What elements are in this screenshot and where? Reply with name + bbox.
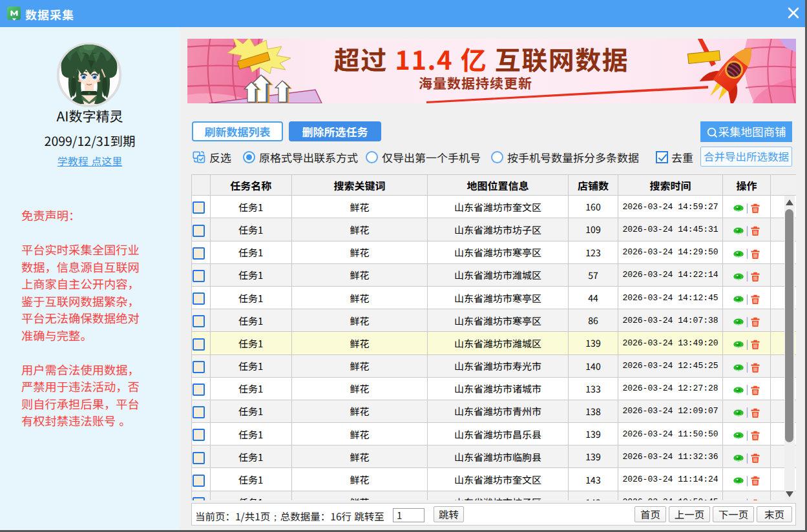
svg-text:超过 11.4 亿 互联网数据: 超过 11.4 亿 互联网数据 — [334, 40, 629, 77]
svg-text:海量数据持续更新: 海量数据持续更新 — [419, 73, 532, 92]
